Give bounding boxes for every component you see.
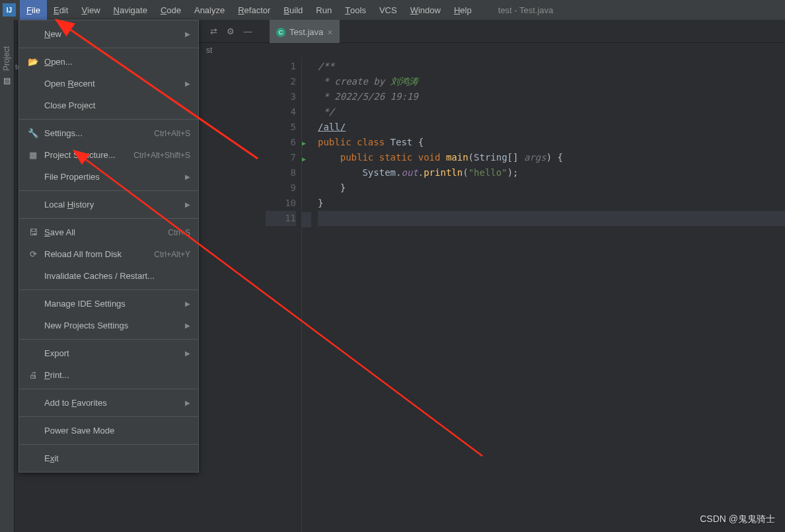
menu-edit[interactable]: Edit bbox=[47, 0, 75, 20]
file-menu-add-to-favorites[interactable]: Add to Favorites▶ bbox=[19, 392, 198, 414]
file-menu-settings-[interactable]: 🔧Settings...Ctrl+Alt+S bbox=[19, 122, 198, 144]
file-menu-file-properties[interactable]: File Properties▶ bbox=[19, 166, 198, 188]
line-gutter: 1234567891011 bbox=[266, 57, 302, 532]
menu-navigate[interactable]: Navigate bbox=[107, 0, 154, 20]
chevron-right-icon: ▶ bbox=[185, 80, 190, 87]
file-menu-open-[interactable]: 📂Open... bbox=[19, 51, 198, 73]
project-view-icon[interactable]: ▤ bbox=[0, 76, 14, 85]
print-icon: 🖨 bbox=[27, 370, 39, 380]
file-menu-print-[interactable]: 🖨Print... bbox=[19, 364, 198, 386]
menu-window[interactable]: Window bbox=[404, 0, 447, 20]
java-class-icon: C bbox=[276, 28, 285, 37]
settings-toggle-icon[interactable]: ⇄ bbox=[205, 26, 222, 36]
file-menu-reload-all-from-disk[interactable]: ⟳Reload All from DiskCtrl+Alt+Y bbox=[19, 243, 198, 265]
menubar: FileEditViewNavigateCodeAnalyzeRefactorB… bbox=[20, 0, 478, 20]
file-menu-new-projects-settings[interactable]: New Projects Settings▶ bbox=[19, 315, 198, 336]
menu-file[interactable]: File bbox=[20, 0, 47, 20]
file-menu-project-structure-[interactable]: ▦Project Structure...Ctrl+Alt+Shift+S bbox=[19, 144, 198, 166]
chevron-right-icon: ▶ bbox=[185, 300, 190, 307]
code-editor[interactable]: 1234567891011 ▶▶ /** * create by 刘鸿涛 * 2… bbox=[266, 57, 785, 532]
titlebar: IJ FileEditViewNavigateCodeAnalyzeRefact… bbox=[0, 0, 785, 20]
menu-vcs[interactable]: VCS bbox=[373, 0, 404, 20]
collapse-icon[interactable]: — bbox=[239, 26, 256, 36]
file-menu-close-project[interactable]: Close Project bbox=[19, 95, 198, 116]
menu-analyze[interactable]: Analyze bbox=[188, 0, 231, 20]
file-menu-manage-ide-settings[interactable]: Manage IDE Settings▶ bbox=[19, 293, 198, 315]
sidebar-project-label[interactable]: Project bbox=[2, 46, 11, 71]
gear-icon[interactable]: ⚙ bbox=[222, 26, 239, 36]
file-menu-new[interactable]: New▶ bbox=[19, 23, 198, 45]
window-title: test - Test.java bbox=[498, 5, 554, 15]
menu-view[interactable]: View bbox=[75, 0, 106, 20]
run-gutter-icon[interactable]: ▶ bbox=[302, 139, 306, 147]
chevron-right-icon: ▶ bbox=[185, 399, 190, 406]
app-logo-icon: IJ bbox=[3, 3, 16, 17]
tab-label: Test.java bbox=[289, 27, 323, 37]
reload-icon: ⟳ bbox=[27, 249, 39, 259]
menu-tools[interactable]: Tools bbox=[338, 0, 373, 20]
close-icon[interactable]: × bbox=[327, 27, 332, 38]
menu-run[interactable]: Run bbox=[309, 0, 338, 20]
structure-icon: ▦ bbox=[27, 150, 39, 160]
file-menu-power-save-mode[interactable]: Power Save Mode bbox=[19, 420, 198, 441]
menu-code[interactable]: Code bbox=[154, 0, 188, 20]
file-menu-dropdown: New▶📂Open...Open Recent▶Close Project🔧Se… bbox=[19, 20, 199, 473]
wrench-icon: 🔧 bbox=[27, 128, 39, 138]
chevron-right-icon: ▶ bbox=[185, 322, 190, 329]
gutter-marks: ▶▶ bbox=[302, 57, 311, 532]
run-gutter-icon[interactable]: ▶ bbox=[302, 155, 306, 163]
folder-icon: 📂 bbox=[27, 57, 39, 67]
file-menu-save-all[interactable]: 🖫Save AllCtrl+S bbox=[19, 221, 198, 243]
chevron-right-icon: ▶ bbox=[185, 30, 190, 38]
file-menu-invalidate-caches-restart-[interactable]: Invalidate Caches / Restart... bbox=[19, 265, 198, 287]
watermark: CSDN @鬼鬼骑士 bbox=[700, 513, 775, 525]
file-menu-export[interactable]: Export▶ bbox=[19, 342, 198, 364]
menu-help[interactable]: Help bbox=[447, 0, 478, 20]
chevron-right-icon: ▶ bbox=[185, 350, 190, 357]
chevron-right-icon: ▶ bbox=[185, 201, 190, 208]
chevron-right-icon: ▶ bbox=[185, 173, 190, 180]
save-icon: 🖫 bbox=[27, 227, 39, 237]
menu-refactor[interactable]: Refactor bbox=[231, 0, 277, 20]
code-body[interactable]: /** * create by 刘鸿涛 * 2022/5/26 19:19 */… bbox=[311, 57, 785, 532]
file-menu-open-recent[interactable]: Open Recent▶ bbox=[19, 73, 198, 95]
editor-tab-test-java[interactable]: C Test.java × bbox=[270, 20, 340, 43]
tool-window-sidebar[interactable]: Project ▤ bbox=[0, 20, 15, 532]
menu-build[interactable]: Build bbox=[277, 0, 309, 20]
file-menu-exit[interactable]: Exit bbox=[19, 447, 198, 469]
file-menu-local-history[interactable]: Local History▶ bbox=[19, 194, 198, 215]
